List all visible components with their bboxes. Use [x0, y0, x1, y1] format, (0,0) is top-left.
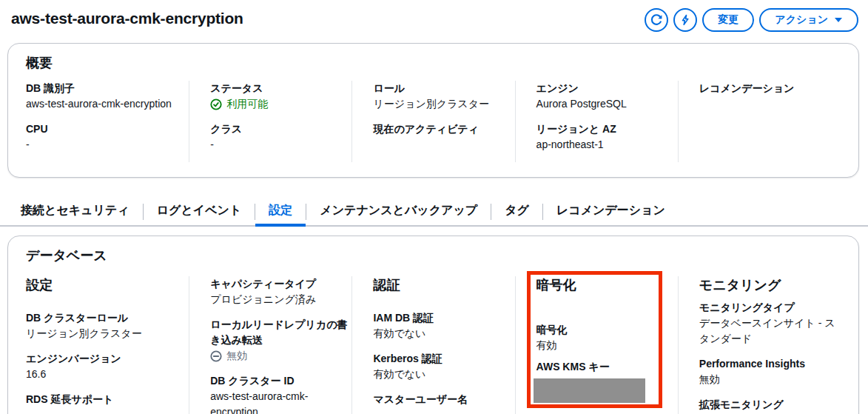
- overview-col-status: ステータス 利用可能 クラス -: [189, 81, 351, 162]
- tab-bar: 接続とセキュリティ ログとイベント 設定 メンテナンスとバックアップ タグ レコ…: [7, 197, 679, 227]
- field-label: DB クラスターロール: [26, 310, 189, 326]
- field-label: DB クラスター ID: [210, 373, 351, 389]
- field-label: CPU: [26, 121, 189, 137]
- overview-panel: 概要 DB 識別子 aws-test-aurora-cmk-encryption…: [7, 43, 859, 178]
- field-label: IAM DB 認証: [373, 310, 514, 326]
- field-value: 有効: [536, 338, 678, 353]
- db-col-monitoring: モニタリング モニタリングタイプ データベースインサイト - スタンダード Pe…: [678, 276, 841, 414]
- db-col-encryption: 暗号化 暗号化 有効 AWS KMS キー: [515, 276, 678, 414]
- field-kerberos-auth: Kerberos 認証 有効でない: [373, 351, 514, 382]
- field-value: データベースインサイト - スタンダード: [699, 315, 841, 347]
- field-db-identifier: DB 識別子 aws-test-aurora-cmk-encryption: [26, 81, 189, 112]
- field-label: 現在のアクティビティ: [373, 121, 514, 137]
- db-col-settings: 設定 DB クラスターロール リージョン別クラスター エンジンバージョン 16.…: [26, 276, 189, 414]
- field-value: リージョン別クラスター: [373, 96, 514, 112]
- field-master-username: マスターユーザー名: [373, 392, 514, 407]
- field-recommendations: レコメンデーション: [699, 81, 841, 96]
- field-current-activity: 現在のアクティビティ: [373, 121, 514, 137]
- settings-heading: 設定: [26, 276, 189, 294]
- field-aws-kms-key: AWS KMS キー: [536, 359, 678, 403]
- field-label: ステータス: [210, 81, 351, 96]
- field-engine: エンジン Aurora PostgreSQL: [536, 81, 678, 112]
- field-performance-insights: Performance Insights 無効: [699, 356, 841, 387]
- db-col-capacity: キャパシティータイプ プロビジョニング済み ローカルリードレプリカの書き込み転送…: [189, 276, 351, 414]
- field-region-az: リージョンと AZ ap-northeast-1: [536, 121, 678, 153]
- actions-button-label: アクション: [775, 13, 828, 27]
- overview-heading: 概要: [26, 54, 841, 72]
- field-db-cluster-id: DB クラスター ID aws-test-aurora-cmk-encrypti…: [210, 373, 351, 414]
- database-panel: データベース 設定 DB クラスターロール リージョン別クラスター エンジンバー…: [7, 236, 859, 414]
- field-label: モニタリングタイプ: [699, 300, 841, 315]
- database-heading: データベース: [26, 247, 841, 264]
- field-value: aws-test-aurora-cmk-encryption: [210, 389, 351, 414]
- disabled-status: 無効: [210, 348, 351, 364]
- field-value: 有効でない: [373, 326, 514, 341]
- field-label: DB 識別子: [26, 81, 189, 96]
- field-role: ロール リージョン別クラスター: [373, 81, 514, 112]
- modify-button[interactable]: 変更: [702, 8, 754, 32]
- field-label: キャパシティータイプ: [210, 276, 351, 292]
- refresh-icon: [650, 13, 663, 27]
- boost-button[interactable]: [673, 8, 697, 32]
- status-badge: 利用可能: [210, 96, 351, 112]
- field-encryption: 暗号化 有効: [536, 322, 678, 353]
- field-label: 暗号化: [536, 322, 678, 338]
- tab-maintenance-backups[interactable]: メンテナンスとバックアップ: [306, 197, 491, 227]
- tab-tags[interactable]: タグ: [491, 197, 542, 227]
- field-value: ap-northeast-1: [536, 137, 678, 153]
- field-engine-version: エンジンバージョン 16.6: [26, 351, 189, 382]
- field-label: AWS KMS キー: [536, 359, 678, 375]
- actions-button[interactable]: アクション: [759, 8, 858, 32]
- disabled-minus-icon: [210, 350, 222, 362]
- database-columns: 設定 DB クラスターロール リージョン別クラスター エンジンバージョン 16.…: [26, 276, 841, 414]
- overview-col-role: ロール リージョン別クラスター 現在のアクティビティ: [351, 81, 514, 162]
- disabled-text: 無効: [226, 348, 247, 364]
- field-enhanced-monitoring: 拡張モニタリング: [699, 397, 841, 413]
- field-local-write-forwarding: ローカルリードレプリカの書き込み転送 無効: [210, 317, 351, 364]
- field-class: クラス -: [210, 121, 351, 153]
- field-value: リージョン別クラスター: [26, 326, 189, 341]
- field-value: 16.6: [26, 367, 189, 382]
- field-label: リージョンと AZ: [536, 121, 678, 137]
- field-value: 無効: [699, 372, 841, 387]
- tab-logs-events[interactable]: ログとイベント: [144, 197, 255, 227]
- field-iam-db-auth: IAM DB 認証 有効でない: [373, 310, 514, 341]
- field-label: クラス: [210, 121, 351, 137]
- field-value: 有効でない: [373, 367, 514, 382]
- field-label: 拡張モニタリング: [699, 397, 841, 413]
- status-text: 利用可能: [226, 96, 268, 112]
- field-label: ロール: [373, 81, 514, 96]
- page-title: aws-test-aurora-cmk-encryption: [11, 10, 243, 27]
- kms-key-redacted-value: [534, 378, 645, 403]
- field-label: マスターユーザー名: [373, 392, 514, 407]
- field-label: レコメンデーション: [699, 81, 841, 96]
- authentication-heading: 認証: [373, 276, 514, 294]
- caret-down-icon: [834, 17, 843, 23]
- field-monitoring-type: モニタリングタイプ データベースインサイト - スタンダード: [699, 300, 841, 347]
- field-cpu: CPU -: [26, 121, 189, 153]
- field-value: -: [26, 137, 189, 153]
- field-label: Kerberos 認証: [373, 351, 514, 367]
- monitoring-heading: モニタリング: [699, 276, 841, 294]
- header-actions: 変更 アクション: [645, 8, 858, 32]
- field-label: RDS 延長サポート: [26, 392, 189, 407]
- field-label: エンジンバージョン: [26, 351, 189, 367]
- field-capacity-type: キャパシティータイプ プロビジョニング済み: [210, 276, 351, 307]
- field-cluster-role: DB クラスターロール リージョン別クラスター: [26, 310, 189, 341]
- field-status: ステータス 利用可能: [210, 81, 351, 112]
- field-rds-extended-support: RDS 延長サポート: [26, 392, 189, 407]
- field-value: Aurora PostgreSQL: [536, 96, 678, 112]
- tab-recommendations[interactable]: レコメンデーション: [543, 197, 679, 227]
- encryption-heading: 暗号化: [536, 276, 678, 294]
- overview-col-identifier: DB 識別子 aws-test-aurora-cmk-encryption CP…: [26, 81, 189, 162]
- field-label: エンジン: [536, 81, 678, 96]
- overview-columns: DB 識別子 aws-test-aurora-cmk-encryption CP…: [26, 81, 841, 162]
- tab-configuration[interactable]: 設定: [255, 197, 306, 227]
- success-check-icon: [210, 99, 222, 110]
- tab-connectivity-security[interactable]: 接続とセキュリティ: [7, 197, 143, 227]
- refresh-button[interactable]: [645, 8, 668, 32]
- field-value: aws-test-aurora-cmk-encryption: [26, 96, 189, 112]
- modify-button-label: 変更: [718, 13, 739, 27]
- db-col-authentication: 認証 IAM DB 認証 有効でない Kerberos 認証 有効でない マスタ…: [351, 276, 514, 414]
- lightning-icon: [679, 14, 691, 26]
